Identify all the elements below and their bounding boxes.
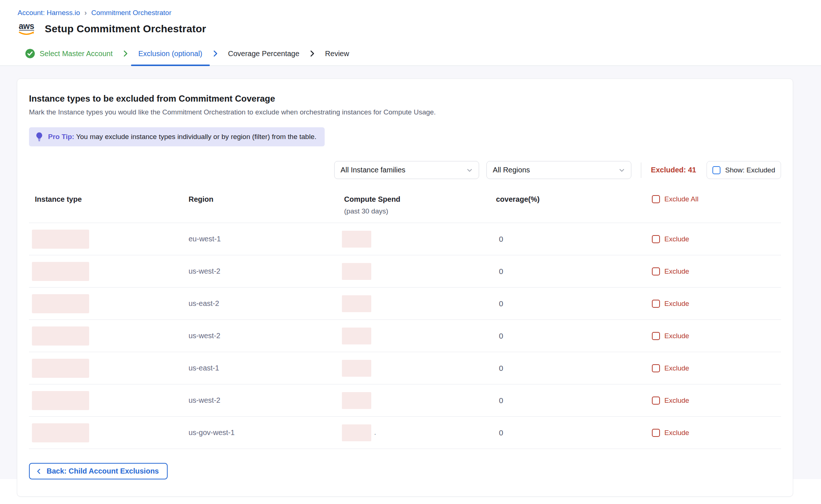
compute-spend-cell [344, 231, 496, 248]
exclude-all-control[interactable]: Exclude All [641, 195, 781, 203]
breadcrumb-separator-icon: › [84, 9, 87, 16]
exclude-all-checkbox[interactable] [652, 195, 660, 203]
exclusion-card: Instance types to be excluded from Commi… [17, 78, 793, 497]
check-circle-icon [25, 48, 35, 59]
breadcrumb: Account: Harness.io › Commitment Orchest… [18, 9, 803, 17]
region-cell: us-gov-west-1 [189, 428, 344, 437]
page-title: Setup Commitment Orchestrator [45, 23, 206, 35]
exclude-control[interactable]: Exclude [641, 429, 781, 437]
compute-spend-redacted [342, 328, 371, 344]
exclude-label: Exclude [664, 397, 689, 405]
instance-type-cell [29, 391, 189, 410]
exclude-all-label: Exclude All [664, 195, 698, 203]
coverage-cell: 0 [496, 364, 641, 373]
region-cell: us-east-2 [189, 299, 344, 308]
chevron-down-icon [619, 167, 625, 174]
compute-spend-redacted [342, 263, 371, 280]
compute-spend-cell [344, 295, 496, 312]
table-row: eu-west-1 0 Exclude [29, 223, 781, 255]
exclude-control[interactable]: Exclude [641, 332, 781, 340]
breadcrumb-account-link[interactable]: Account: Harness.io [18, 9, 80, 17]
exclude-checkbox[interactable] [652, 364, 660, 372]
compute-spend-title: Compute Spend [344, 195, 400, 203]
step-review[interactable]: Review [318, 42, 357, 65]
coverage-cell: 0 [496, 299, 641, 308]
compute-spend-subtitle: (past 30 days) [344, 207, 496, 215]
instance-type-cell [29, 359, 189, 378]
setup-stepper: Select Master Account Exclusion (optiona… [0, 42, 821, 66]
instance-type-redacted [32, 294, 89, 313]
instance-families-dropdown[interactable]: All Instance families [334, 161, 479, 179]
step-select-master-account[interactable]: Select Master Account [18, 42, 120, 65]
instance-type-cell [29, 230, 189, 249]
aws-logo-icon: aws [18, 21, 39, 37]
show-excluded-checkbox[interactable] [712, 166, 720, 174]
exclude-label: Exclude [664, 429, 689, 437]
section-subtitle: Mark the Instance types you would like t… [29, 108, 781, 116]
instance-type-redacted [32, 359, 89, 378]
chevron-down-icon [466, 167, 473, 174]
compute-spend-cell [344, 328, 496, 344]
pro-tip-label: Pro Tip: [48, 133, 74, 140]
coverage-cell: 0 [496, 235, 641, 244]
compute-spend-redacted [342, 295, 371, 312]
region-cell: eu-west-1 [189, 235, 344, 243]
exclude-checkbox[interactable] [652, 300, 660, 308]
chevron-right-icon [121, 50, 129, 58]
compute-spend-cell [344, 360, 496, 377]
back-button[interactable]: Back: Child Account Exclusions [29, 463, 168, 479]
exclude-control[interactable]: Exclude [641, 235, 781, 243]
bulb-icon [35, 132, 44, 142]
chevron-right-icon [211, 50, 219, 58]
exclude-checkbox[interactable] [652, 235, 660, 243]
table-row: us-east-2 0 Exclude [29, 288, 781, 320]
coverage-cell: 0 [496, 428, 641, 437]
instance-type-redacted [32, 423, 89, 442]
instance-type-redacted [32, 391, 89, 410]
col-header-compute-spend: Compute Spend (past 30 days) [344, 195, 496, 215]
step-label: Review [325, 50, 349, 58]
exclude-checkbox[interactable] [652, 397, 660, 405]
exclude-checkbox[interactable] [652, 332, 660, 340]
exclude-control[interactable]: Exclude [641, 397, 781, 405]
page-header: Account: Harness.io › Commitment Orchest… [0, 0, 821, 42]
compute-spend-cell: . [344, 424, 496, 441]
exclude-checkbox[interactable] [652, 429, 660, 437]
exclude-label: Exclude [664, 235, 689, 243]
table-row: us-west-2 0 Exclude [29, 384, 781, 417]
chevron-right-icon [308, 50, 316, 58]
instance-type-cell [29, 262, 189, 281]
compute-spend-redacted [342, 231, 371, 248]
regions-dropdown[interactable]: All Regions [486, 161, 631, 179]
exclude-control[interactable]: Exclude [641, 364, 781, 372]
compute-spend-redacted [342, 360, 371, 377]
table-row: us-west-2 0 Exclude [29, 320, 781, 352]
step-exclusion-optional[interactable]: Exclusion (optional) [131, 42, 210, 65]
instance-type-cell [29, 326, 189, 346]
compute-spend-cell [344, 263, 496, 280]
spend-suffix: . [374, 429, 376, 437]
exclude-control[interactable]: Exclude [641, 300, 781, 308]
table-body: eu-west-1 0 Exclude us-west-2 0 Exclude … [29, 223, 781, 449]
exclude-label: Exclude [664, 364, 689, 372]
table-row: us-gov-west-1 . 0 Exclude [29, 417, 781, 449]
col-header-coverage: coverage(%) [496, 195, 641, 204]
col-header-region: Region [189, 195, 344, 204]
region-cell: us-east-1 [189, 364, 344, 372]
instance-type-cell [29, 423, 189, 442]
exclude-checkbox[interactable] [652, 267, 660, 275]
instance-type-redacted [32, 326, 89, 346]
step-coverage-percentage[interactable]: Coverage Percentage [221, 42, 307, 65]
region-cell: us-west-2 [189, 267, 344, 275]
compute-spend-redacted [342, 424, 371, 441]
coverage-cell: 0 [496, 332, 641, 340]
step-label: Exclusion (optional) [138, 50, 202, 58]
instance-type-redacted [32, 262, 89, 281]
step-label: Select Master Account [40, 50, 113, 58]
breadcrumb-page-link[interactable]: Commitment Orchestrator [91, 9, 172, 17]
show-excluded-toggle[interactable]: Show: Excluded [707, 161, 781, 179]
coverage-cell: 0 [496, 267, 641, 276]
instance-type-cell [29, 294, 189, 313]
content-area: Instance types to be excluded from Commi… [0, 66, 821, 479]
exclude-control[interactable]: Exclude [641, 267, 781, 275]
